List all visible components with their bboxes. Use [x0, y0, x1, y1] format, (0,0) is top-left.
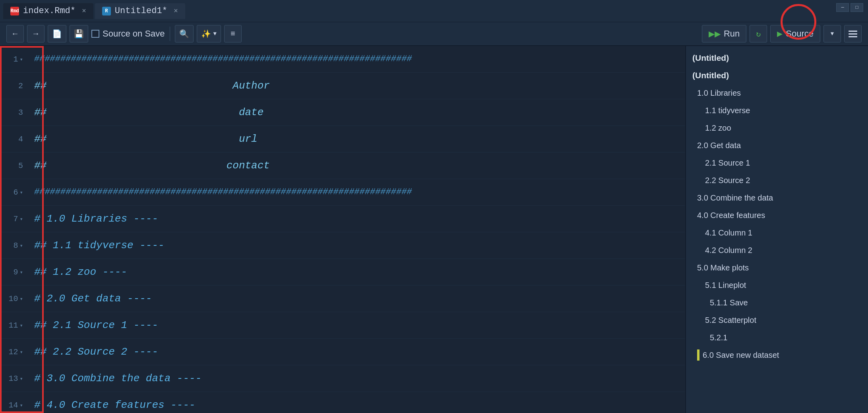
code-text-13: # 3.0 Combine the data ---- [28, 365, 685, 392]
outline-label-save-dataset: 6.0 Save new dataset [703, 351, 779, 360]
tab-untitled1-label: Untitled1* [115, 6, 167, 16]
fold-arrow-9[interactable]: ▾ [20, 269, 23, 276]
code-text-5: ## contact [28, 152, 685, 179]
outline-item-make-plots[interactable]: 5.0 Make plots [686, 259, 868, 276]
source-on-save-checkbox[interactable] [91, 30, 99, 38]
outline-item-lineplot[interactable]: 5.1 Lineplot [686, 276, 868, 294]
tab-index-rmd[interactable]: Rmd index.Rmd* × [3, 3, 93, 19]
source-button[interactable]: ▶ Source [770, 25, 820, 42]
code-text-8: ## 1.1 tidyverse ---- [28, 232, 685, 259]
main-layout: 1 ▾ ####################################… [0, 46, 868, 413]
code-text-6: ########################################… [28, 179, 685, 205]
line-number-14: 14 ▾ [0, 401, 28, 410]
editor-area[interactable]: 1 ▾ ####################################… [0, 46, 685, 413]
code-text-14: # 4.0 Create features ---- [28, 392, 685, 413]
outline-item-create-features[interactable]: 4.0 Create features [686, 206, 868, 224]
outline-label-get-data: 2.0 Get data [697, 141, 741, 150]
back-button[interactable]: ← [6, 25, 24, 42]
re-run-icon: ↻ [756, 29, 761, 39]
search-icon: 🔍 [179, 29, 189, 39]
forward-button[interactable]: → [27, 25, 45, 42]
outline-label-scatterplot: 5.2 Scatterplot [705, 316, 756, 325]
fold-arrow-14[interactable]: ▾ [20, 402, 23, 409]
code-text-11: ## 2.1 Source 1 ---- [28, 312, 685, 338]
outline-item-column-1[interactable]: 4.1 Column 1 [686, 224, 868, 241]
outline-item-save-dataset[interactable]: 6.0 Save new dataset [686, 346, 868, 364]
save-button[interactable]: 💾 [70, 25, 88, 42]
code-text-2: ## Author [28, 73, 685, 99]
outline-label-combine-data: 3.0 Combine the data [697, 193, 773, 203]
code-line-6: 6 ▾ ####################################… [0, 179, 685, 206]
document-icon: 📄 [52, 29, 62, 39]
outline-item-tidyverse[interactable]: 1.1 tidyverse [686, 102, 868, 119]
run-icon: ▶▶ [709, 29, 721, 39]
outline-item-scatterplot[interactable]: 5.2 Scatterplot [686, 311, 868, 329]
format-button[interactable]: ≡ [224, 25, 242, 42]
outline-label-make-plots: 5.0 Make plots [697, 263, 749, 272]
search-button[interactable]: 🔍 [175, 25, 194, 42]
line-number-12: 12 ▾ [0, 347, 28, 357]
fold-arrow-6[interactable]: ▾ [20, 189, 23, 196]
outline-item-source-1[interactable]: 2.1 Source 1 [686, 154, 868, 172]
fold-arrow-13[interactable]: ▾ [20, 375, 23, 382]
outline-item-column-2[interactable]: 4.2 Column 2 [686, 241, 868, 259]
outline-item-combine-data[interactable]: 3.0 Combine the data [686, 189, 868, 206]
forward-icon: → [33, 29, 38, 39]
outline-label-column-1: 4.1 Column 1 [705, 228, 752, 237]
outline-label-save: 5.1.1 Save [710, 298, 748, 307]
hamburger-menu-button[interactable] [844, 25, 862, 42]
line-number-6: 6 ▾ [0, 188, 28, 197]
line-number-7: 7 ▾ [0, 214, 28, 224]
magic-wand-button[interactable]: ✨ ▼ [197, 25, 221, 42]
code-line-9: 9 ▾ ## 1.2 zoo ---- [0, 259, 685, 286]
fold-arrow-12[interactable]: ▾ [20, 349, 23, 355]
outline-item-521[interactable]: 5.2.1 [686, 329, 868, 346]
fold-arrow-7[interactable]: ▾ [20, 216, 23, 222]
code-content: 1 ▾ ####################################… [0, 46, 685, 413]
back-icon: ← [13, 29, 17, 39]
outline-item-get-data[interactable]: 2.0 Get data [686, 137, 868, 154]
dropdown-arrow-icon: ▼ [213, 31, 217, 37]
source-dropdown-icon: ▼ [831, 31, 834, 37]
code-text-9: ## 1.2 zoo ---- [28, 259, 685, 285]
window-controls: ─ □ [836, 3, 863, 12]
source-dropdown-button[interactable]: ▼ [823, 25, 841, 42]
outline-label-source-2: 2.2 Source 2 [705, 176, 750, 185]
window-maximize-btn[interactable]: □ [851, 3, 863, 12]
outline-label-tidyverse: 1.1 tidyverse [705, 106, 750, 115]
run-button[interactable]: ▶▶ Run [702, 25, 746, 42]
fold-arrow-11[interactable]: ▾ [20, 322, 23, 329]
document-icon-btn[interactable]: 📄 [48, 25, 66, 42]
outline-item-libraries[interactable]: 1.0 Libraries [686, 84, 868, 102]
re-run-button[interactable]: ↻ [750, 25, 767, 42]
outline-item-zoo[interactable]: 1.2 zoo [686, 119, 868, 137]
source-arrow-icon: ▶ [777, 29, 783, 38]
line-number-13: 13 ▾ [0, 374, 28, 383]
line-number-9: 9 ▾ [0, 268, 28, 277]
outline-item-untitled-2[interactable]: (Untitled) [686, 67, 868, 84]
format-icon: ≡ [231, 29, 235, 39]
tab-index-rmd-close[interactable]: × [82, 7, 86, 15]
window-minimize-btn[interactable]: ─ [836, 3, 849, 12]
code-line-8: 8 ▾ ## 1.1 tidyverse ---- [0, 232, 685, 259]
code-line-2: 2 ## Author [0, 73, 685, 99]
code-line-10: 10 ▾ # 2.0 Get data ---- [0, 286, 685, 312]
tab-untitled1[interactable]: R Untitled1* × [95, 3, 185, 19]
tab-index-rmd-label: index.Rmd* [23, 6, 76, 16]
fold-arrow-8[interactable]: ▾ [20, 242, 23, 249]
outline-indicator-save-dataset [697, 349, 699, 361]
outline-label-source-1: 2.1 Source 1 [705, 158, 750, 168]
code-text-1: ########################################… [28, 46, 685, 72]
outline-item-source-2[interactable]: 2.2 Source 2 [686, 172, 868, 189]
outline-item-save[interactable]: 5.1.1 Save [686, 294, 868, 311]
code-line-14: 14 ▾ # 4.0 Create features ---- [0, 392, 685, 413]
fold-arrow-10[interactable]: ▾ [20, 295, 23, 302]
outline-item-untitled-1[interactable]: (Untitled) [686, 49, 868, 67]
code-line-5: 5 ## contact [0, 152, 685, 179]
line-number-5: 5 [0, 161, 28, 170]
line-number-1: 1 ▾ [0, 55, 28, 64]
fold-arrow-1[interactable]: ▾ [20, 56, 23, 63]
save-icon: 💾 [74, 29, 84, 39]
tab-untitled1-close[interactable]: × [174, 7, 178, 15]
outline-label-zoo: 1.2 zoo [705, 124, 731, 133]
